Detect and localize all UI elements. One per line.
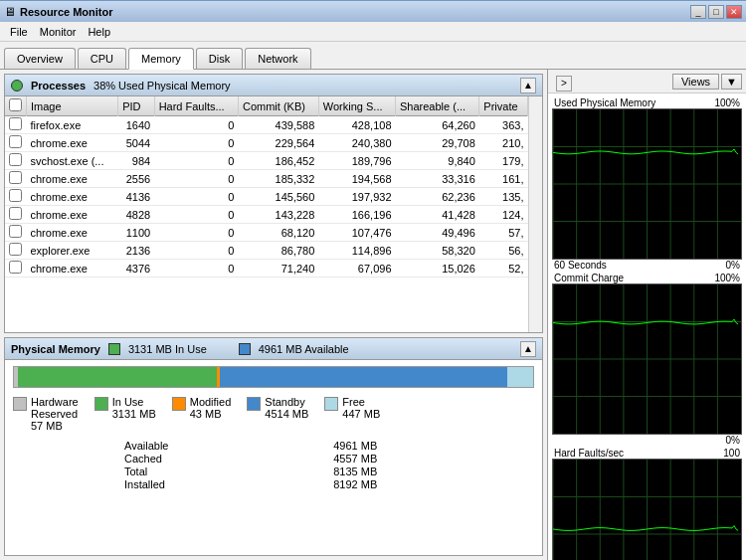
row-checkbox[interactable] [9,243,22,256]
chart-area-2 [552,459,742,560]
processes-section: Processes 38% Used Physical Memory ▲ Ima… [4,74,543,333]
cell-shareable: 49,496 [396,224,479,242]
legend-text: HardwareReserved57 MB [31,396,79,432]
chart-max-0: 100% [714,97,740,108]
chart-footer-0: 60 Seconds 0% [552,260,742,271]
cell-working: 107,476 [318,224,395,242]
row-checkbox[interactable] [9,207,22,220]
menu-help[interactable]: Help [82,24,116,40]
views-dropdown-button[interactable]: ▼ [721,74,742,90]
cell-working: 197,932 [318,188,395,206]
chart-min-0: 0% [726,260,740,271]
legend-item: HardwareReserved57 MB [13,396,79,432]
tab-overview[interactable]: Overview [4,48,76,69]
cell-hard-faults: 0 [154,170,238,188]
close-button[interactable]: ✕ [726,5,742,19]
processes-hscrollbar[interactable] [5,332,542,333]
col-image[interactable]: Image [27,96,118,116]
table-row: chrome.exe 1100 0 68,120 107,476 49,496 … [5,224,528,242]
memory-legend: HardwareReserved57 MB In Use3131 MB Modi… [5,392,542,436]
tab-disk[interactable]: Disk [196,48,243,69]
chart-header-1: Commit Charge 100% [552,273,742,283]
cell-hard-faults: 0 [154,116,238,134]
cell-image: chrome.exe [27,188,118,206]
chart-block-2: Hard Faults/sec 100 0 [552,448,742,560]
stat-label: Installed [124,478,325,490]
cell-commit: 439,588 [238,116,318,134]
memory-collapse-button[interactable]: ▲ [520,341,536,357]
chart-section: Used Physical Memory 100% 60 Seconds 0% … [548,93,746,560]
legend-box [247,397,261,411]
row-checkbox[interactable] [9,135,22,148]
chart-area-1 [552,283,742,435]
processes-status: 38% Used Physical Memory [93,80,231,92]
select-all-checkbox[interactable] [9,98,22,111]
maximize-button[interactable]: □ [708,5,724,19]
minimize-button[interactable]: _ [690,5,706,19]
tab-memory[interactable]: Memory [128,48,194,70]
cell-working: 428,108 [318,116,395,134]
processes-scrollbar[interactable] [528,96,542,332]
chart-min-1: 0% [726,435,740,446]
menu-file[interactable]: File [4,24,34,40]
cell-hard-faults: 0 [154,206,238,224]
table-row: chrome.exe 2556 0 185,332 194,568 33,316… [5,170,528,188]
menu-monitor[interactable]: Monitor [34,24,83,40]
cell-image: chrome.exe [27,134,118,152]
col-pid[interactable]: PID [118,96,155,116]
row-checkbox[interactable] [9,225,22,238]
cell-private: 179, [479,152,528,170]
tab-bar: Overview CPU Memory Disk Network [0,42,746,70]
window-icon: 🖥 [4,5,16,19]
cell-image: chrome.exe [27,170,118,188]
cell-pid: 5044 [118,134,155,152]
col-shareable[interactable]: Shareable (... [396,96,479,116]
stat-value: 4557 MB [333,453,534,465]
legend-item: Free447 MB [324,396,380,432]
cell-pid: 1640 [118,116,155,134]
row-checkbox[interactable] [9,153,22,166]
cell-private: 363, [479,116,528,134]
cell-pid: 1100 [118,224,155,242]
main-content: Processes 38% Used Physical Memory ▲ Ima… [0,70,746,560]
col-commit[interactable]: Commit (KB) [238,96,318,116]
table-row: chrome.exe 4376 0 71,240 67,096 15,026 5… [5,260,528,278]
table-row: explorer.exe 2136 0 86,780 114,896 58,32… [5,242,528,260]
legend-text: Modified43 MB [190,396,232,420]
chart-max-1: 100% [714,273,740,283]
col-working[interactable]: Working S... [318,96,395,116]
cell-pid: 2556 [118,170,155,188]
legend-item: Standby4514 MB [247,396,308,432]
chart-title-1: Commit Charge [554,273,624,283]
row-checkbox[interactable] [9,189,22,202]
tab-network[interactable]: Network [245,48,310,69]
row-checkbox[interactable] [9,117,22,130]
row-checkbox[interactable] [9,261,22,274]
right-expand-button[interactable]: > [556,76,572,92]
cell-pid: 4376 [118,260,155,278]
processes-title: Processes [31,80,86,92]
tab-cpu[interactable]: CPU [78,48,126,69]
cell-private: 135, [479,188,528,206]
processes-header: Processes 38% Used Physical Memory ▲ [5,75,542,96]
views-button[interactable]: Views [672,74,719,90]
window-title: Resource Monitor [20,6,113,18]
processes-table-area[interactable]: Image PID Hard Faults... Commit (KB) Wor… [5,96,528,332]
cell-image: chrome.exe [27,260,118,278]
cell-working: 67,096 [318,260,395,278]
cell-hard-faults: 0 [154,260,238,278]
chart-title-0: Used Physical Memory [554,97,655,108]
memory-stats: Available4961 MBCached4557 MBTotal8135 M… [5,436,542,494]
col-hard-faults[interactable]: Hard Faults... [154,96,238,116]
legend-box [172,397,186,411]
cell-commit: 185,332 [238,170,318,188]
cell-shareable: 29,708 [396,134,479,152]
chart-footer-1: 0% [552,435,742,446]
col-private[interactable]: Private [479,96,528,116]
cell-private: 210, [479,134,528,152]
cell-working: 166,196 [318,206,395,224]
processes-collapse-button[interactable]: ▲ [520,78,536,93]
row-checkbox[interactable] [9,171,22,184]
cell-commit: 68,120 [238,224,318,242]
memory-in-use-label: 3131 MB In Use [128,343,207,355]
